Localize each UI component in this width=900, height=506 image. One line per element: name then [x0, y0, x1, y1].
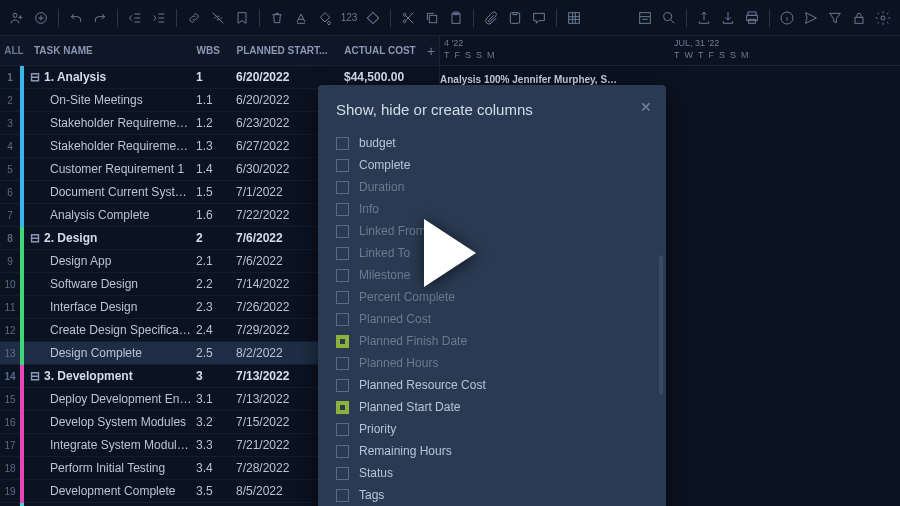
checkbox-icon[interactable]	[336, 313, 349, 326]
column-option[interactable]: Linked To	[336, 242, 648, 264]
checkbox-icon[interactable]	[336, 247, 349, 260]
task-name-cell[interactable]: Stakeholder Requireme…	[24, 139, 192, 153]
link-icon[interactable]	[183, 7, 205, 29]
col-planned-start[interactable]: PLANNED START...	[230, 36, 338, 65]
checkbox-icon[interactable]	[336, 467, 349, 480]
task-name-cell[interactable]: Stakeholder Requireme…	[24, 116, 192, 130]
task-name-cell[interactable]: Design App	[24, 254, 192, 268]
column-option[interactable]: Tags	[336, 484, 648, 506]
task-name-cell[interactable]: Interface Design	[24, 300, 192, 314]
task-name-cell[interactable]: Develop System Modules	[24, 415, 192, 429]
task-name-cell[interactable]: Analysis Complete	[24, 208, 192, 222]
row-number: 13	[0, 348, 20, 359]
checkbox-icon[interactable]	[336, 203, 349, 216]
checkbox-icon[interactable]	[336, 269, 349, 282]
add-person-icon[interactable]	[6, 7, 28, 29]
timeline-view-icon[interactable]	[634, 7, 656, 29]
task-name-cell[interactable]: Deploy Development En…	[24, 392, 192, 406]
option-label: Status	[359, 466, 393, 480]
checkbox-icon[interactable]	[336, 291, 349, 304]
unlink-icon[interactable]	[207, 7, 229, 29]
column-option[interactable]: Complete	[336, 154, 648, 176]
task-name-cell[interactable]: Development Complete	[24, 484, 192, 498]
scrollbar[interactable]	[659, 255, 663, 395]
column-option[interactable]: Duration	[336, 176, 648, 198]
column-option[interactable]: Info	[336, 198, 648, 220]
checkbox-icon[interactable]	[336, 445, 349, 458]
column-option[interactable]: Linked From	[336, 220, 648, 242]
task-name-cell[interactable]: ⊟1. Analysis	[24, 70, 192, 84]
column-option[interactable]: Remaining Hours	[336, 440, 648, 462]
undo-icon[interactable]	[65, 7, 87, 29]
settings-icon[interactable]	[872, 7, 894, 29]
grid-view-icon[interactable]	[563, 7, 585, 29]
column-option[interactable]: Milestone	[336, 264, 648, 286]
clip-icon[interactable]	[504, 7, 526, 29]
checkbox-icon[interactable]	[336, 401, 349, 414]
checkbox-icon[interactable]	[336, 181, 349, 194]
column-option[interactable]: Percent Complete	[336, 286, 648, 308]
task-name-cell[interactable]: Customer Requirement 1	[24, 162, 192, 176]
redo-icon[interactable]	[89, 7, 111, 29]
checkbox-icon[interactable]	[336, 423, 349, 436]
bookmark-icon[interactable]	[231, 7, 253, 29]
delete-icon[interactable]	[266, 7, 288, 29]
checkbox-icon[interactable]	[336, 357, 349, 370]
add-column-button[interactable]: +	[423, 36, 439, 65]
send-icon[interactable]	[800, 7, 822, 29]
row-number: 9	[0, 256, 20, 267]
option-label: Priority	[359, 422, 396, 436]
import-icon[interactable]	[717, 7, 739, 29]
checkbox-icon[interactable]	[336, 159, 349, 172]
add-icon[interactable]	[30, 7, 52, 29]
column-option[interactable]: Planned Resource Cost	[336, 374, 648, 396]
task-name-cell[interactable]: ⊟3. Development	[24, 369, 192, 383]
checkbox-icon[interactable]	[336, 137, 349, 150]
search-icon[interactable]	[658, 7, 680, 29]
task-name-cell[interactable]: Document Current Syst…	[24, 185, 192, 199]
paste-icon[interactable]	[445, 7, 467, 29]
column-option[interactable]: Planned Hours	[336, 352, 648, 374]
checkbox-icon[interactable]	[336, 335, 349, 348]
numbers-icon[interactable]: 123	[338, 7, 360, 29]
checkbox-icon[interactable]	[336, 489, 349, 502]
col-all[interactable]: ALL	[0, 36, 28, 65]
shape-icon[interactable]	[362, 7, 384, 29]
col-task-name[interactable]: TASK NAME	[28, 36, 193, 65]
info-icon[interactable]	[776, 7, 798, 29]
comment-icon[interactable]	[528, 7, 550, 29]
lock-icon[interactable]	[848, 7, 870, 29]
checkbox-icon[interactable]	[336, 379, 349, 392]
checkbox-icon[interactable]	[336, 225, 349, 238]
attach-icon[interactable]	[480, 7, 502, 29]
task-name-cell[interactable]: Create Design Specifica…	[24, 323, 192, 337]
column-option[interactable]: Planned Finish Date	[336, 330, 648, 352]
column-option[interactable]: Planned Start Date	[336, 396, 648, 418]
column-option[interactable]: Planned Cost	[336, 308, 648, 330]
col-actual-cost[interactable]: ACTUAL COST	[338, 36, 423, 65]
task-name-cell[interactable]: Integrate System Modul…	[24, 438, 192, 452]
column-option[interactable]: Status	[336, 462, 648, 484]
play-icon[interactable]	[424, 219, 476, 287]
task-name-cell[interactable]: ⊟2. Design	[24, 231, 192, 245]
fill-icon[interactable]	[314, 7, 336, 29]
task-name-cell[interactable]: Software Design	[24, 277, 192, 291]
cut-icon[interactable]	[397, 7, 419, 29]
column-option[interactable]: Priority	[336, 418, 648, 440]
col-wbs[interactable]: WBS	[193, 36, 231, 65]
task-name-cell[interactable]: Design Complete	[24, 346, 192, 360]
task-name-cell[interactable]: On-Site Meetings	[24, 93, 192, 107]
filter-icon[interactable]	[824, 7, 846, 29]
outdent-icon[interactable]	[124, 7, 146, 29]
gantt-label: Analysis 100% Jennifer Murphey, S…	[440, 74, 617, 85]
option-label: Milestone	[359, 268, 410, 282]
column-option[interactable]: budget	[336, 132, 648, 154]
task-name-cell[interactable]: Perform Initial Testing	[24, 461, 192, 475]
close-icon[interactable]: ✕	[640, 99, 652, 115]
print-icon[interactable]	[741, 7, 763, 29]
indent-icon[interactable]	[148, 7, 170, 29]
font-icon[interactable]	[290, 7, 312, 29]
option-label: Remaining Hours	[359, 444, 452, 458]
export-icon[interactable]	[693, 7, 715, 29]
copy-icon[interactable]	[421, 7, 443, 29]
